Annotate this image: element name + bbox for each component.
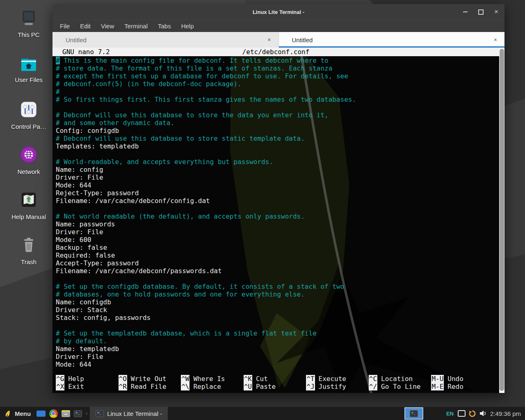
keyboard-layout-indicator[interactable]: EN [446,411,454,417]
speaker-icon [479,410,487,417]
scrollbar-track[interactable] [499,48,504,393]
nano-shortcut: ^KCut [244,375,306,383]
volume-tray-icon[interactable] [479,410,487,417]
desktop-icon-label: Trash [3,258,54,265]
desktop-icon-this-pc[interactable]: This PC [3,10,54,38]
updates-tray-icon[interactable] [468,410,476,418]
desktop-icon-label: This PC [3,31,54,38]
editor-line: # Debconf will use this database to stor… [56,111,504,119]
desktop-icon-label: Network [3,168,54,175]
tab-close-icon[interactable]: × [494,37,497,43]
minimize-button[interactable] [462,9,468,15]
editor-line: # So first things first. This first stan… [56,96,504,103]
nano-shortcut: ^\Replace [181,383,244,390]
nano-shortcut: ^/Go To Line [369,383,431,390]
desktop-icon-control-panel[interactable]: Control Pa… [3,100,54,130]
tab-bar: Untitled × Untitled × [52,32,504,48]
nano-shortcut: ^TExecute [306,375,369,383]
menu-terminal[interactable]: Terminal [124,23,148,30]
menu-view[interactable]: View [101,23,114,30]
desktop-icon-user-files[interactable]: User Files [3,55,54,83]
file-manager-launcher[interactable] [59,407,72,420]
editor-line [56,205,504,212]
editor-line: # databases, one to hold passwords and o… [56,290,504,298]
editor-line: # store data. The format of this file is… [56,64,504,72]
tab-untitled-1[interactable]: Untitled × [52,32,279,48]
window-title: Linux Lite Terminal - [253,9,304,15]
terminal-launcher[interactable] [72,407,84,420]
trash-icon [20,236,38,254]
desktop-icon-label: Help Manual [3,213,54,220]
nano-shortcut: ^GHelp [56,375,119,383]
nano-shortcut: ^JJustify [306,383,369,390]
help-manual-icon [19,190,38,209]
tab-label: Untitled [292,37,313,43]
desktop-icon-help-manual[interactable]: Help Manual [3,190,54,220]
display-tray-icon[interactable] [458,410,466,417]
editor-line: Reject-Type: password [56,189,504,197]
editor-lines[interactable]: # This is the main config file for debco… [52,56,504,368]
update-arrow-icon [468,410,476,418]
tab-untitled-2[interactable]: Untitled × [279,32,505,48]
desktop-icon-label: Control Pa… [3,123,54,130]
chrome-launcher[interactable] [47,407,59,420]
editor-line: # by default. [56,337,504,345]
nano-shortcut: ^RRead File [119,383,181,390]
editor-line: Templates: templatedb [56,142,504,150]
terminal-content[interactable]: GNU nano 7.2 /etc/debconf.conf # This is… [52,48,504,393]
close-button[interactable]: × [493,9,500,15]
menu-file[interactable]: File [60,23,70,30]
editor-line: Mode: 644 [56,361,504,368]
desktop-pager-button[interactable] [35,407,47,420]
editor-line: # and some other dynamic data. [56,119,504,127]
tab-label: Untitled [66,37,87,43]
terminal-window: Linux Lite Terminal - × File Edit View T… [52,4,504,393]
window-preview-button[interactable] [404,407,423,420]
scrollbar-thumb[interactable] [500,49,504,391]
nano-shortcut: M-ERedo [431,383,494,390]
editor-line: Filename: /var/cache/debconf/config.dat [56,197,504,205]
terminal-icon [410,410,418,417]
taskbar-left: Menu ≡ Linux Lite Terminal - [0,407,168,420]
editor-line: # [56,88,504,96]
task-button-terminal[interactable]: Linux Lite Terminal - [90,407,168,420]
network-globe-icon [19,145,38,164]
editor-line: Accept-Type: password [56,259,504,267]
desktop-icon-trash[interactable]: Trash [3,236,54,265]
editor-line: # This is the main config file for debco… [56,57,504,64]
nano-shortcut: ^CLocation [369,375,431,383]
editor-line: Name: passwords [56,220,504,228]
panel-handle: ≡ [84,407,89,420]
task-button-label: Linux Lite Terminal - [107,410,162,417]
editor-line: Filename: /var/cache/debconf/passwords.d… [56,267,504,275]
screen: This PC User Files Control Pa… [0,0,525,420]
workspace-icon [37,411,46,417]
window-titlebar[interactable]: Linux Lite Terminal - × [52,4,504,20]
window-controls: × [462,4,500,20]
editor-line: Name: templatedb [56,345,504,353]
editor-line: Driver: File [56,173,504,181]
chrome-icon [49,409,58,418]
sliders-icon [19,100,38,119]
editor-line: # Set up the templatedb database, which … [56,329,504,337]
editor-line: Required: false [56,251,504,259]
feather-logo-icon [4,409,11,418]
menu-button[interactable]: Menu [2,407,35,420]
editor-line: # Set up the configdb database. By defau… [56,283,504,290]
nano-header: GNU nano 7.2 /etc/debconf.conf [52,48,504,56]
this-pc-icon [19,10,39,27]
menu-edit[interactable]: Edit [80,23,91,30]
clock[interactable]: 2:49:36 pm [490,410,523,417]
editor-line: # debconf.conf(5) (in the debconf-doc pa… [56,80,504,88]
maximize-button[interactable] [477,9,484,15]
menu-tabs[interactable]: Tabs [158,23,171,30]
text-cursor: # [56,57,60,64]
file-manager-icon [62,410,70,417]
editor-line: # Not world readable (the default), and … [56,212,504,220]
desktop-icon-network[interactable]: Network [3,145,54,175]
tab-close-icon[interactable]: × [267,37,271,43]
editor-line: Name: configdb [56,298,504,306]
nano-shortcuts: ^GHelp^OWrite Out^WWhere Is^KCut^TExecut… [56,375,494,390]
menu-help[interactable]: Help [181,23,194,30]
home-folder-icon [19,55,39,72]
